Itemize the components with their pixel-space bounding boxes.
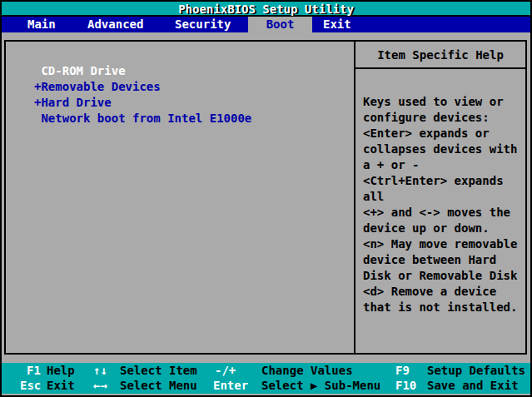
bios-setup-screen: PhoenixBIOS Setup Utility Main Advanced …: [0, 0, 532, 397]
change-values-desc: Change Values: [261, 363, 353, 379]
boot-item-label: Hard Drive: [41, 96, 111, 109]
save-and-exit-desc: Save and Exit: [427, 378, 519, 394]
boot-order-panel: CD-ROM Drive +Removable Devices +Hard Dr…: [4, 40, 355, 355]
status-row-2: Esc Exit ←→ Select Menu Enter Select ▶ S…: [2, 378, 530, 394]
key-hint-f9: F9: [395, 363, 410, 379]
content-area: CD-ROM Drive +Removable Devices +Hard Dr…: [2, 32, 530, 363]
boot-item-cdrom-drive[interactable]: CD-ROM Drive: [34, 63, 354, 79]
app-title: PhoenixBIOS Setup Utility: [2, 2, 530, 17]
select-item-desc: Select Item: [120, 363, 197, 379]
key-hint-esc: Esc: [20, 378, 41, 394]
boot-item-label: Network boot from Intel E1000e: [41, 112, 251, 125]
tab-advanced[interactable]: Advanced: [87, 17, 143, 32]
tab-exit[interactable]: Exit: [323, 17, 351, 32]
boot-item-removable-devices[interactable]: +Removable Devices: [34, 79, 354, 95]
boot-item-network-boot[interactable]: Network boot from Intel E1000e: [34, 111, 354, 127]
setup-defaults-desc: Setup Defaults: [427, 363, 525, 379]
tab-main[interactable]: Main: [27, 17, 56, 32]
tab-boot[interactable]: Boot: [248, 17, 312, 32]
up-down-arrows-icon: ↑↓: [93, 363, 107, 379]
help-panel-body: Keys used to view or configure devices: …: [355, 69, 525, 315]
boot-item-label: Removable Devices: [41, 80, 160, 93]
key-hint-minus-plus: -/+: [215, 363, 236, 379]
sub-menu-desc: Select ▶ Sub-Menu: [261, 378, 380, 394]
key-hint-f1-desc: Help: [47, 363, 75, 379]
tab-security[interactable]: Security: [175, 17, 231, 32]
status-row-1: F1 Help ↑↓ Select Item -/+ Change Values…: [2, 363, 530, 379]
select-menu-desc: Select Menu: [120, 378, 197, 394]
key-hint-enter: Enter: [213, 378, 248, 394]
boot-item-label: CD-ROM Drive: [41, 64, 125, 77]
status-bar: F1 Help ↑↓ Select Item -/+ Change Values…: [2, 363, 530, 394]
key-hint-f1: F1: [27, 363, 41, 379]
boot-item-hard-drive[interactable]: +Hard Drive: [34, 95, 354, 111]
left-right-arrows-icon: ←→: [93, 378, 107, 394]
help-panel: Item Specific Help Keys used to view or …: [354, 40, 527, 355]
key-hint-f10: F10: [395, 378, 416, 394]
menu-bar: Main Advanced Security Boot Exit: [2, 17, 530, 32]
help-panel-title: Item Specific Help: [355, 42, 525, 69]
key-hint-esc-desc: Exit: [47, 378, 75, 394]
